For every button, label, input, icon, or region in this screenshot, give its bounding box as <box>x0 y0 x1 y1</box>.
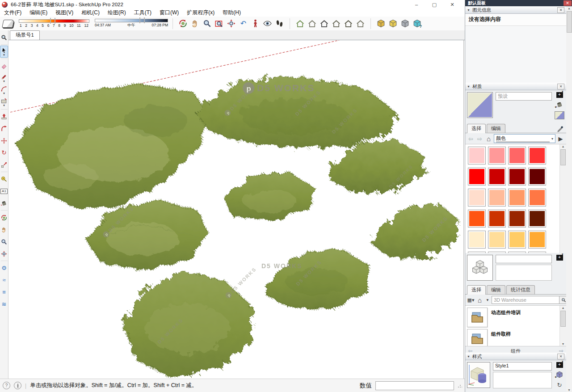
style-description-box[interactable] <box>493 372 552 388</box>
month-slider-handle[interactable] <box>50 18 55 24</box>
color-swatch-19[interactable] <box>528 231 546 249</box>
component-list-item[interactable]: 组件取样 <box>465 327 566 346</box>
scroll-down-icon[interactable]: ▾ <box>562 342 564 346</box>
color-swatch-3[interactable] <box>528 147 546 164</box>
grass-patch[interactable] <box>17 84 209 208</box>
page-right-icon[interactable]: ⇨ <box>559 348 564 354</box>
geolocation-icon[interactable] <box>14 382 21 389</box>
rotate-tool[interactable]: ↻ <box>0 147 8 159</box>
collection-dropdown[interactable]: 颜色 ▾ <box>494 134 555 143</box>
view-right[interactable] <box>330 18 342 30</box>
components-tab-0[interactable]: 选择 <box>467 285 486 295</box>
color-swatch-15[interactable] <box>528 210 546 228</box>
scroll-thumb[interactable] <box>560 311 566 327</box>
scene-tab[interactable]: 场景号1 <box>10 30 40 40</box>
create-material-icon[interactable]: + <box>555 101 564 108</box>
color-swatch-4[interactable] <box>468 168 486 185</box>
text-tool[interactable]: A1 <box>0 185 8 197</box>
previous-view-tool[interactable]: ↶ <box>237 18 249 30</box>
push-pull-tool[interactable] <box>0 110 8 122</box>
component-name-field[interactable] <box>496 255 552 263</box>
in-model-home-icon[interactable]: ⌂ <box>476 296 484 304</box>
dropdown-caret-icon[interactable]: ▾ <box>3 80 5 82</box>
zoom-window-tool[interactable] <box>0 31 8 43</box>
update-style-icon[interactable]: ↻ <box>555 381 564 388</box>
color-swatch-9[interactable] <box>488 189 506 207</box>
zoom-extents-tool[interactable] <box>225 18 237 30</box>
materials-tab-1[interactable]: 编辑 <box>487 124 505 133</box>
plugin-gear-tool[interactable]: ⚙ <box>0 262 8 274</box>
components-tab-2[interactable]: 统计信息 <box>506 285 535 294</box>
search-icon[interactable] <box>559 296 566 304</box>
style-back-edges[interactable] <box>387 18 399 30</box>
shadow-time-slider[interactable]: 04:37 AM 中午 07:28 PM <box>95 19 168 28</box>
maximize-button[interactable]: ▢ <box>425 0 443 8</box>
entity-info-close-icon[interactable]: ✕ <box>557 7 564 13</box>
page-left-icon[interactable]: ⇦ <box>468 348 472 354</box>
follow-me-tool[interactable] <box>0 122 8 135</box>
view-left[interactable] <box>354 18 366 30</box>
create-style-icon[interactable]: + <box>555 371 564 378</box>
model-canvas[interactable]: pD5 WORKSpD5 WORKSD5 WORKSD5 WORKSpD5 WO… <box>8 40 464 379</box>
minimize-button[interactable]: – <box>408 0 425 8</box>
material-preview[interactable] <box>467 92 493 118</box>
shape-tool[interactable]: ▾ <box>0 96 8 108</box>
menu-item-6[interactable]: 窗口(W) <box>156 9 183 17</box>
display-secondary-pane-icon[interactable]: + <box>556 92 563 98</box>
view-top[interactable] <box>306 18 318 30</box>
zoom-extents-tool[interactable] <box>0 248 8 260</box>
view-front[interactable] <box>318 18 330 30</box>
shadow-month-slider[interactable]: 123456789101112 <box>19 19 89 28</box>
tape-measure-tool[interactable] <box>0 173 8 185</box>
plugin-wave-b-tool[interactable]: ≋ <box>0 298 8 310</box>
materials-close-icon[interactable]: ✕ <box>557 84 564 89</box>
color-swatch-11[interactable] <box>528 189 546 207</box>
color-swatch-18[interactable] <box>508 231 526 249</box>
scroll-thumb[interactable] <box>560 149 566 165</box>
move-tool[interactable] <box>0 135 8 147</box>
collapse-caret-icon[interactable]: ▼ <box>467 355 470 358</box>
material-name-field[interactable]: 预设 <box>496 92 552 101</box>
close-button[interactable]: ✕ <box>443 0 461 8</box>
orbit-tool[interactable] <box>177 18 189 30</box>
color-swatch-13[interactable] <box>488 210 506 228</box>
color-swatch-17[interactable] <box>488 231 506 249</box>
style-name-field[interactable]: Style1 <box>493 362 552 371</box>
menu-item-5[interactable]: 工具(T) <box>130 9 156 17</box>
color-swatch-12[interactable] <box>468 210 486 228</box>
collapse-caret-icon[interactable]: ▼ <box>467 85 470 88</box>
details-arrow-icon[interactable]: ▶ <box>557 135 564 143</box>
components-tab-1[interactable]: 编辑 <box>487 285 505 294</box>
dropdown-caret-icon[interactable]: ▾ <box>3 92 5 94</box>
scroll-up-icon[interactable]: ▴ <box>568 6 570 10</box>
menu-item-1[interactable]: 编辑(E) <box>25 9 51 17</box>
style-preview[interactable] <box>467 362 490 388</box>
plugin-wave-a-tool[interactable]: ≈ <box>0 274 8 286</box>
measurements-input[interactable] <box>375 381 454 390</box>
arc-tool[interactable]: ▾ <box>0 84 8 96</box>
grass-patch[interactable] <box>223 172 316 221</box>
view-options-icon[interactable]: ▦▾ <box>467 296 475 304</box>
color-swatch-10[interactable] <box>508 189 526 207</box>
scroll-up-icon[interactable]: ▴ <box>562 306 564 310</box>
menu-item-0[interactable]: 文件(F) <box>0 9 25 17</box>
style-help[interactable]: ? <box>411 18 423 30</box>
in-model-home-icon[interactable]: ⌂ <box>485 135 492 143</box>
dropdown-caret-icon[interactable]: ▾ <box>3 104 5 106</box>
forward-arrow-icon[interactable]: ⇨ <box>476 135 484 143</box>
position-camera-tool[interactable] <box>249 18 261 30</box>
display-secondary-pane-icon[interactable]: + <box>556 255 563 261</box>
zoom-tool[interactable] <box>201 18 213 30</box>
scroll-thumb[interactable] <box>567 11 572 33</box>
model-viewport[interactable]: pD5 WORKSpD5 WORKSD5 WORKSD5 WORKSpD5 WO… <box>8 40 464 379</box>
scroll-up-icon[interactable]: ▴ <box>562 144 564 148</box>
component-list-item[interactable]: 动态组件培训 <box>465 306 566 327</box>
line-tool[interactable]: ▾ <box>0 72 8 84</box>
walk-tool[interactable] <box>273 18 286 30</box>
grass-patch[interactable] <box>265 249 370 309</box>
select-tool[interactable]: ▾ <box>0 46 8 58</box>
eraser-tool[interactable] <box>0 60 8 72</box>
style-xray[interactable] <box>375 18 387 30</box>
color-swatch-14[interactable] <box>508 210 526 228</box>
color-swatch-8[interactable] <box>468 189 486 207</box>
